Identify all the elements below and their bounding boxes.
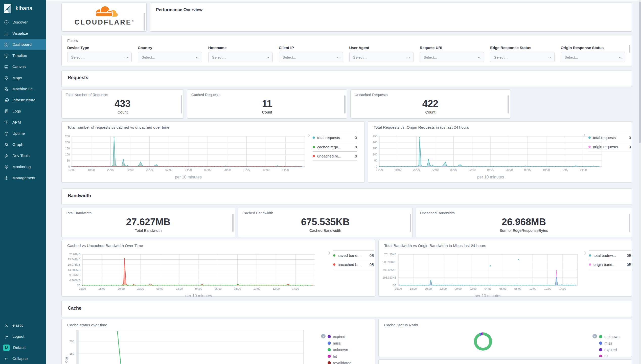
panel-scrollbar[interactable] (181, 95, 182, 113)
filter-label: Device Type (67, 46, 132, 50)
legend-expand-icon[interactable]: » (592, 334, 597, 338)
chart-plot: 05010015020025016:0018:0020:0022:0000:00… (368, 122, 632, 183)
svg-text:195.313KB: 195.313KB (383, 276, 396, 279)
filter-select[interactable]: Select... (279, 52, 343, 62)
legend-expand-icon[interactable]: » (321, 334, 326, 338)
sidebar-footer-logout[interactable]: Logout (0, 331, 46, 342)
filter-select[interactable]: Select... (208, 52, 273, 62)
sidebar-item-monitoring[interactable]: Monitoring (0, 161, 46, 172)
cache-status-ratio-panel: Cache Status Ratio » unknownmissexpiredh… (378, 319, 632, 357)
sidebar-item-maps[interactable]: Maps (0, 72, 46, 83)
svg-text:150: 150 (65, 147, 70, 150)
filter-select[interactable]: Select... (490, 52, 555, 62)
page-scrollbar-thumb[interactable] (639, 2, 641, 143)
legend-item-revalidated[interactable]: revalidated (328, 359, 351, 364)
legend-item-uncached-re[interactable]: uncached re...0 (313, 151, 357, 161)
timelion-icon (4, 53, 9, 58)
svg-text:16:00: 16:00 (68, 168, 75, 171)
svg-text:23.842MB: 23.842MB (68, 258, 80, 261)
panel-scrollbar[interactable] (410, 214, 411, 232)
panel-scrollbar[interactable] (144, 13, 145, 31)
sidebar-item-dev-tools[interactable]: Dev Tools (0, 150, 46, 161)
filter-select[interactable]: Select... (420, 52, 484, 62)
svg-text:20:00: 20:00 (425, 287, 432, 290)
legend-item-unknown[interactable]: unknown (599, 333, 620, 340)
panel-scrollbar[interactable] (508, 95, 509, 113)
legend-item-saved-band[interactable]: saved band...0B (333, 251, 374, 260)
sidebar-item-timelion[interactable]: Timelion (0, 50, 46, 61)
chart-legend: saved band...0Buncached b...0B (333, 251, 374, 269)
metric-label: Uncached Requests (355, 93, 506, 97)
legend-label: expired (604, 348, 617, 352)
legend-item-miss[interactable]: miss (328, 340, 351, 346)
legend-item-hit[interactable]: hit (599, 353, 620, 357)
panel-scrollbar[interactable] (629, 45, 630, 53)
metric-label: Cached Requests (191, 93, 343, 97)
page-scrollbar-track[interactable] (639, 0, 641, 364)
metric-label: Total Bandwidth (66, 211, 231, 215)
filter-placeholder: Select... (212, 55, 226, 59)
sidebar-item-dashboard[interactable]: Dashboard (0, 39, 46, 50)
cache-ratio-donut[interactable] (474, 332, 492, 351)
svg-text:200: 200 (70, 340, 74, 343)
chart-plot: 0B4.768MB9.537MB14.305MB19.073MB23.842MB… (62, 240, 376, 297)
legend-dot-icon (588, 136, 591, 139)
sidebar-item-graph[interactable]: Graph (0, 139, 46, 150)
legend-item-total-badnw[interactable]: total badnw...0B (589, 251, 631, 260)
sidebar-item-apm[interactable]: APM (0, 117, 46, 128)
legend-label: expired (333, 334, 345, 339)
legend-item-total-requests[interactable]: total requests0 (588, 133, 631, 142)
legend-item-total-requests[interactable]: total requests0 (313, 133, 357, 142)
svg-text:14.305MB: 14.305MB (68, 268, 80, 271)
filter-select[interactable]: Select... (349, 52, 414, 62)
legend-item-expired[interactable]: expired (599, 346, 620, 353)
svg-text:per 10 minutes: per 10 minutes (475, 294, 501, 297)
sidebar-item-logs[interactable]: Logs (0, 106, 46, 117)
svg-text:10:00: 10:00 (529, 287, 536, 290)
canvas-icon (4, 64, 9, 69)
sidebar-footer-collapse[interactable]: Collapse (0, 353, 46, 364)
kibana-logo[interactable]: kibana (0, 0, 46, 17)
sidebar-footer-elastic[interactable]: elastic (0, 320, 46, 331)
legend-dot-icon (328, 361, 331, 364)
cache-ratio-legend: unknownmissexpiredhit (599, 333, 620, 357)
sidebar-item-canvas[interactable]: Canvas (0, 61, 46, 72)
svg-text:10:00: 10:00 (253, 287, 260, 290)
svg-text:18:00: 18:00 (395, 168, 402, 171)
sidebar-item-infrastructure[interactable]: Infrastructure (0, 95, 46, 106)
sidebar-item-discover[interactable]: Discover (0, 17, 46, 28)
legend-item-miss[interactable]: miss (599, 340, 620, 346)
legend-item-expired[interactable]: expired (328, 333, 351, 340)
sidebar-item-visualize[interactable]: Visualize (0, 28, 46, 39)
filter-select[interactable]: Select... (67, 52, 132, 62)
legend-item-uncached-b[interactable]: uncached b...0B (333, 260, 374, 269)
legend-dot-icon (333, 263, 335, 266)
sidebar-item-management[interactable]: Management (0, 172, 46, 184)
legend-value: 0B (627, 253, 631, 258)
svg-text:08:00: 08:00 (234, 287, 241, 290)
metric-value: 27.627MB (66, 217, 231, 227)
legend-item-cached-requ[interactable]: cached requ...0 (313, 142, 357, 151)
svg-text:250: 250 (65, 135, 70, 138)
filter-select[interactable]: Select... (138, 52, 202, 62)
filter-select[interactable]: Select... (561, 52, 625, 62)
legend-label: uncached re... (317, 154, 341, 158)
legend-label: origin band... (593, 262, 615, 267)
sidebar-item-uptime[interactable]: Uptime (0, 128, 46, 139)
svg-text:585.938KB: 585.938KB (383, 261, 396, 264)
panel-scrollbar[interactable] (629, 214, 630, 232)
page-title: Performance Overview (156, 7, 202, 12)
legend-item-origin-requests[interactable]: origin requests0 (588, 142, 631, 151)
panel-scrollbar[interactable] (344, 95, 346, 113)
svg-text:12:00: 12:00 (561, 168, 568, 171)
legend-item-origin-band[interactable]: origin band...0B (589, 260, 631, 269)
legend-item-unknown[interactable]: unknown (328, 346, 351, 353)
sidebar-item-machine-le[interactable]: Machine Le... (0, 83, 46, 95)
sidebar-item-label: APM (12, 120, 21, 125)
panel-scrollbar[interactable] (232, 214, 234, 232)
legend-item-hit[interactable]: hit (328, 353, 351, 359)
metric-label: Cached Bandwidth (242, 211, 408, 215)
sidebar-footer-default[interactable]: DDefault (0, 342, 46, 353)
filters-panel: Filters Device TypeSelect...CountrySelec… (61, 35, 632, 66)
svg-text:14:00: 14:00 (559, 287, 566, 290)
